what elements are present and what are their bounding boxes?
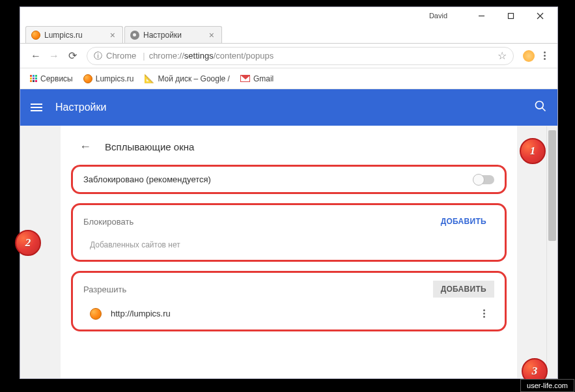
chrome-window: David Lumpics.ru × Настройки × ← → ⟳ ⓘ C…	[20, 7, 558, 379]
block-list-section: Блокировать ДОБАВИТЬ Добавленных сайтов …	[71, 203, 507, 262]
window-minimize-button[interactable]	[467, 7, 496, 24]
tab-strip: Lumpics.ru × Настройки ×	[20, 24, 557, 44]
bookmark-star-icon[interactable]: ☆	[498, 49, 507, 62]
chrome-menu-button[interactable]	[539, 51, 551, 60]
nav-reload-button[interactable]: ⟳	[63, 47, 81, 65]
settings-content: ← Всплывающие окна Заблокировано (рекоме…	[20, 126, 557, 378]
block-section-header: Блокировать ДОБАВИТЬ	[83, 213, 494, 230]
secure-label: Chrome	[106, 51, 136, 61]
url-path: /content/popups	[214, 51, 274, 61]
window-user-label: David	[429, 12, 447, 20]
nav-forward-button[interactable]: →	[45, 47, 63, 65]
blocked-toggle-row: Заблокировано (рекомендуется)	[83, 175, 494, 184]
blocked-toggle-switch[interactable]	[473, 175, 494, 184]
window-titlebar: David	[20, 7, 557, 24]
window-close-button[interactable]	[526, 7, 555, 24]
settings-header: Настройки	[20, 89, 557, 126]
window-maximize-button[interactable]	[496, 7, 526, 24]
allowed-site-row: http://lumpics.ru	[83, 298, 494, 322]
lumpics-favicon-icon	[31, 31, 40, 40]
block-empty-text: Добавленных сайтов нет	[83, 230, 494, 252]
allow-section-label: Разрешить	[83, 285, 126, 294]
annotation-callout-1: 1	[520, 138, 546, 164]
address-bar: ← → ⟳ ⓘ Chrome | chrome://settings/conte…	[20, 44, 557, 68]
vertical-scrollbar[interactable]	[546, 126, 557, 378]
allow-list-section: Разрешить ДОБАВИТЬ http://lumpics.ru	[71, 271, 507, 331]
bookmark-label: Gmail	[253, 74, 273, 83]
bookmarks-bar: Сервисы Lumpics.ru 📐 Мой диск – Google /…	[20, 68, 557, 89]
watermark: user-life.com	[520, 379, 574, 392]
tab-close-icon[interactable]: ×	[207, 30, 216, 40]
tab-label: Настройки	[143, 31, 182, 40]
allow-add-button[interactable]: ДОБАВИТЬ	[433, 281, 494, 298]
blocked-toggle-section: Заблокировано (рекомендуется)	[71, 165, 507, 194]
block-add-button[interactable]: ДОБАВИТЬ	[433, 213, 494, 230]
search-button[interactable]	[534, 100, 547, 115]
gmail-icon	[240, 75, 250, 82]
profile-avatar[interactable]	[523, 50, 535, 62]
site-more-button[interactable]	[481, 307, 488, 320]
svg-line-5	[542, 108, 546, 111]
site-favicon-icon	[90, 308, 102, 320]
scrollbar-thumb[interactable]	[548, 130, 556, 241]
page-title: Всплывающие окна	[105, 141, 194, 152]
settings-title: Настройки	[55, 102, 106, 113]
back-arrow-button[interactable]: ←	[77, 139, 93, 154]
blocked-label: Заблокировано (рекомендуется)	[83, 175, 211, 184]
allow-section-header: Разрешить ДОБАВИТЬ	[83, 281, 494, 298]
tab-label: Lumpics.ru	[44, 31, 83, 40]
tab-settings[interactable]: Настройки ×	[124, 26, 222, 43]
nav-back-button[interactable]: ←	[27, 47, 45, 65]
block-section-label: Блокировать	[83, 217, 133, 227]
url-host: settings	[184, 51, 214, 61]
apps-grid-icon	[30, 75, 37, 82]
settings-card: ← Всплывающие окна Заблокировано (рекоме…	[61, 126, 517, 378]
bookmark-drive[interactable]: 📐 Мой диск – Google /	[141, 72, 233, 85]
annotation-callout-2: 2	[15, 230, 41, 256]
lumpics-favicon-icon	[83, 74, 92, 83]
page-header: ← Всплывающие окна	[71, 139, 507, 154]
hamburger-menu-button[interactable]	[31, 104, 42, 111]
gear-favicon-icon	[130, 31, 139, 40]
omnibox[interactable]: ⓘ Chrome | chrome://settings/content/pop…	[87, 47, 514, 65]
bookmark-lumpics[interactable]: Lumpics.ru	[80, 72, 137, 85]
svg-point-4	[536, 102, 544, 109]
bookmark-label: Lumpics.ru	[96, 74, 134, 83]
google-drive-icon: 📐	[144, 74, 154, 83]
tab-close-icon[interactable]: ×	[108, 30, 117, 40]
bookmark-label: Сервисы	[40, 74, 73, 83]
url-scheme: chrome://	[149, 51, 184, 61]
svg-rect-1	[509, 13, 514, 18]
bookmark-label: Мой диск – Google /	[158, 74, 230, 83]
bookmark-apps[interactable]: Сервисы	[27, 72, 76, 85]
lock-icon: ⓘ	[94, 50, 102, 62]
tab-lumpics[interactable]: Lumpics.ru ×	[25, 26, 123, 43]
site-url: http://lumpics.ru	[111, 309, 171, 318]
bookmark-gmail[interactable]: Gmail	[237, 72, 277, 85]
